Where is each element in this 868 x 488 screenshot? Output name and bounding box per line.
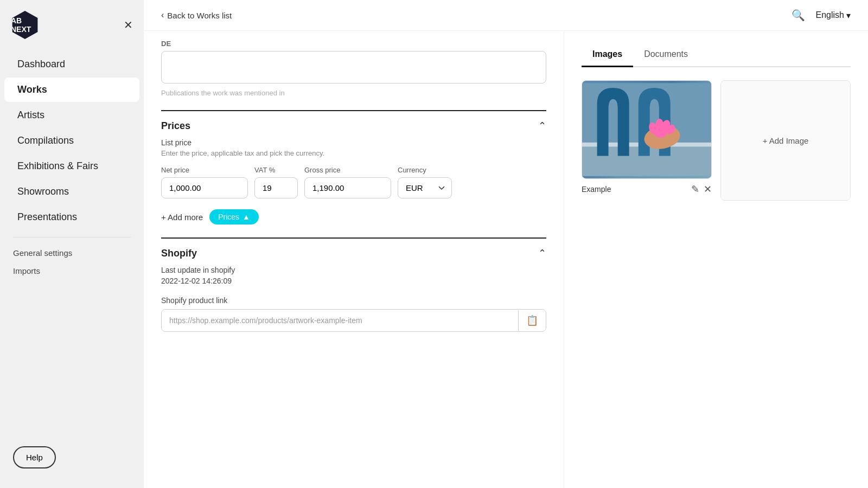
search-icon[interactable]: 🔍	[792, 9, 805, 22]
gross-price-field: Gross price	[304, 166, 391, 198]
sidebar-item-imports[interactable]: Imports	[0, 262, 144, 280]
back-arrow-icon: ‹	[161, 10, 164, 20]
currency-label: Currency	[398, 166, 452, 174]
gross-price-label: Gross price	[304, 166, 391, 174]
price-subdescription: Enter the price, applicable tax and pick…	[161, 149, 546, 157]
image-actions: ✎ ✕	[691, 183, 712, 195]
close-sidebar-button[interactable]: ✕	[124, 20, 133, 30]
price-fields: Net price VAT % Gross price Currency	[161, 166, 546, 198]
artwork-image	[582, 81, 711, 178]
shopify-section-header: Shopify ⌃	[161, 239, 546, 266]
sidebar-item-exhibitions[interactable]: Exhibitions & Fairs	[4, 154, 139, 178]
shopify-last-update-label: Last update in shopify	[161, 266, 546, 274]
delete-image-button[interactable]: ✕	[704, 183, 712, 195]
prices-section-header: Prices ⌃	[161, 111, 546, 138]
net-price-label: Net price	[161, 166, 248, 174]
logo: AB NEXT	[11, 11, 39, 39]
shopify-link-row: 📋	[161, 309, 546, 332]
shopify-link-input[interactable]	[162, 310, 518, 331]
content-area: DE Publications the work was mentioned i…	[144, 31, 868, 488]
lang-label: DE	[161, 40, 546, 48]
edit-image-button[interactable]: ✎	[691, 183, 699, 195]
prices-collapse-button[interactable]: ⌃	[538, 120, 546, 132]
vat-label: VAT %	[254, 166, 298, 174]
tab-images[interactable]: Images	[582, 44, 633, 67]
language-label: English	[816, 10, 844, 20]
help-button[interactable]: Help	[13, 446, 56, 468]
shopify-last-update-value: 2022-12-02 14:26:09	[161, 277, 546, 285]
sidebar-item-showrooms[interactable]: Showrooms	[4, 179, 139, 204]
artwork-image-container	[582, 80, 712, 179]
add-image-placeholder[interactable]: + Add Image	[721, 81, 850, 200]
chevron-down-icon: ▾	[846, 10, 851, 21]
shopify-collapse-button[interactable]: ⌃	[538, 247, 546, 259]
svg-point-8	[654, 127, 667, 138]
add-more-row: + Add more Prices ▲	[161, 209, 546, 224]
artwork-svg	[582, 81, 711, 178]
add-image-card[interactable]: + Add Image	[720, 80, 851, 201]
sidebar: AB NEXT ✕ Dashboard Works Artists Compil…	[0, 0, 144, 488]
image-card-example: Example ✎ ✕	[582, 80, 712, 201]
publications-area: DE Publications the work was mentioned i…	[161, 31, 546, 97]
net-price-field: Net price	[161, 166, 248, 198]
sidebar-item-works[interactable]: Works	[4, 78, 139, 102]
add-more-button[interactable]: + Add more	[161, 213, 203, 222]
prices-badge-label: Prices	[218, 213, 239, 221]
shopify-product-link-label: Shopify product link	[161, 296, 546, 305]
shopify-section-title: Shopify	[161, 248, 197, 259]
images-grid: Example ✎ ✕ + Add Image	[582, 80, 851, 201]
tabs-row: Images Documents	[582, 44, 851, 67]
sidebar-item-presentations[interactable]: Presentations	[4, 205, 139, 229]
sidebar-header: AB NEXT ✕	[0, 11, 144, 52]
copy-link-button[interactable]: 📋	[518, 310, 546, 331]
publications-hint: Publications the work was mentioned in	[161, 89, 546, 97]
topbar: ‹ Back to Works list 🔍 English ▾	[144, 0, 868, 31]
currency-select[interactable]: EUR USD GBP	[398, 177, 452, 198]
image-caption-label: Example	[582, 185, 611, 194]
prices-badge-chevron: ▲	[242, 213, 250, 221]
left-panel: DE Publications the work was mentioned i…	[144, 31, 564, 488]
nav-divider	[13, 237, 131, 237]
currency-field: Currency EUR USD GBP	[398, 166, 452, 198]
sidebar-item-artists[interactable]: Artists	[4, 103, 139, 127]
main-content: ‹ Back to Works list 🔍 English ▾ DE Publ…	[144, 0, 868, 488]
price-description: List price	[161, 138, 546, 147]
sidebar-item-general-settings[interactable]: General settings	[0, 244, 144, 262]
vat-input[interactable]	[254, 177, 298, 198]
prices-section: Prices ⌃ List price Enter the price, app…	[161, 110, 546, 224]
back-to-works-link[interactable]: ‹ Back to Works list	[161, 10, 232, 20]
sidebar-nav: Dashboard Works Artists Compilations Exh…	[0, 52, 144, 438]
back-link-label: Back to Works list	[167, 11, 232, 20]
topbar-right: 🔍 English ▾	[792, 9, 851, 22]
tab-documents[interactable]: Documents	[633, 44, 699, 67]
prices-badge: Prices ▲	[209, 209, 259, 224]
add-image-label: + Add Image	[763, 136, 809, 145]
right-panel: Images Documents	[564, 31, 868, 488]
gross-price-input[interactable]	[304, 177, 391, 198]
publications-input[interactable]	[161, 51, 546, 84]
shopify-section: Shopify ⌃ Last update in shopify 2022-12…	[161, 237, 546, 332]
vat-field: VAT %	[254, 166, 298, 198]
net-price-input[interactable]	[161, 177, 248, 198]
sidebar-item-compilations[interactable]: Compilations	[4, 129, 139, 153]
prices-section-title: Prices	[161, 120, 190, 132]
image-caption-row: Example ✎ ✕	[582, 183, 712, 195]
sidebar-item-dashboard[interactable]: Dashboard	[4, 52, 139, 76]
language-selector[interactable]: English ▾	[816, 10, 851, 21]
